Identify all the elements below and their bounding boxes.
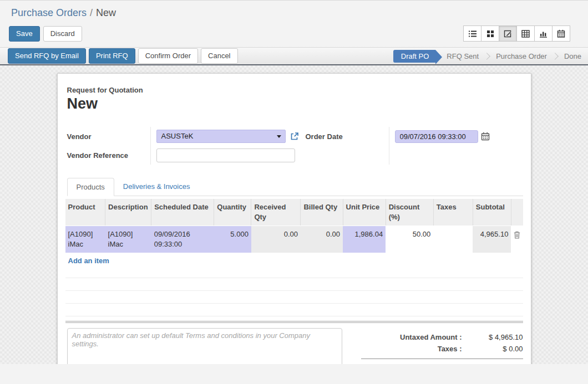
untaxed-amount-label: Untaxed Amount : xyxy=(361,331,462,343)
main-content: Request for Quotation New Vendor Vendor … xyxy=(0,65,588,364)
untaxed-amount-row: Untaxed Amount : $ 4,965.10 xyxy=(361,331,523,343)
empty-row xyxy=(65,291,523,304)
taxes-value: $ 0.00 xyxy=(462,343,523,355)
save-button[interactable]: Save xyxy=(9,26,40,42)
cell-taxes[interactable] xyxy=(433,226,473,253)
vendor-label: Vendor xyxy=(67,132,92,141)
column-header-subtotal: Subtotal xyxy=(473,199,511,226)
column-header-actions xyxy=(511,199,523,226)
taxes-row: Taxes : $ 0.00 xyxy=(361,343,523,355)
graph-view-button[interactable] xyxy=(534,25,552,42)
status-step-done[interactable]: Done xyxy=(564,52,581,60)
untaxed-amount-value: $ 4,965.10 xyxy=(462,331,523,343)
form-edit-icon xyxy=(504,29,512,38)
status-pipeline: Draft PO RFQ Sent Purchase Order Done xyxy=(393,50,581,63)
send-rfq-by-email-button[interactable]: Send RFQ by Email xyxy=(8,48,86,64)
column-header-scheduled-date: Scheduled Date xyxy=(151,199,214,226)
terms-area xyxy=(67,328,342,364)
order-lines-table: Product Description Scheduled Date Quant… xyxy=(65,199,523,316)
column-header-quantity: Quantity xyxy=(214,199,251,226)
table-header-row: Product Description Scheduled Date Quant… xyxy=(65,199,523,226)
form-view-button[interactable] xyxy=(499,25,517,42)
vendor-reference-label: Vendor Reference xyxy=(67,151,129,160)
right-field-group: Order Date xyxy=(306,127,490,165)
column-header-received-qty: Received Qty xyxy=(251,199,301,226)
section-separator xyxy=(65,321,523,323)
totals-divider xyxy=(361,359,523,359)
order-date-input[interactable] xyxy=(395,130,478,143)
calendar-icon xyxy=(557,29,565,38)
form-sheet: Request for Quotation New Vendor Vendor … xyxy=(57,73,531,364)
cell-actions xyxy=(511,226,523,253)
bar-chart-icon xyxy=(539,30,548,38)
pivot-view-button[interactable] xyxy=(516,25,535,42)
cell-quantity[interactable]: 5.000 xyxy=(214,226,251,253)
terms-and-conditions-textarea[interactable] xyxy=(67,328,342,364)
cancel-button[interactable]: Cancel xyxy=(201,48,237,64)
cell-billed-qty: 0.00 xyxy=(301,226,343,253)
tab-products[interactable]: Products xyxy=(67,178,114,196)
notebook-tabs: Products Deliveries & Invoices xyxy=(67,178,523,196)
totals-panel: Untaxed Amount : $ 4,965.10 Taxes : $ 0.… xyxy=(361,328,523,364)
add-item-row: Add an item xyxy=(65,253,523,278)
breadcrumb: Purchase Orders/New xyxy=(0,5,588,20)
list-icon xyxy=(468,30,477,38)
vendor-value: ASUSTeK xyxy=(161,132,194,140)
taxes-label: Taxes : xyxy=(361,343,462,355)
delete-line-icon[interactable] xyxy=(514,231,520,239)
vendor-reference-input[interactable] xyxy=(156,149,295,162)
total-row: Total : $ 4,965.10 xyxy=(361,362,523,364)
cell-unit-price[interactable]: 1,986.04 xyxy=(343,226,386,253)
vendor-select[interactable]: ASUSTeK xyxy=(156,130,286,143)
bottom-section: Untaxed Amount : $ 4,965.10 Taxes : $ 0.… xyxy=(65,328,523,364)
view-switcher xyxy=(463,25,570,42)
empty-row xyxy=(65,278,523,291)
print-rfq-button[interactable]: Print RFQ xyxy=(89,48,135,64)
cell-discount[interactable]: 50.00 xyxy=(386,226,433,253)
column-header-description: Description xyxy=(105,199,151,226)
open-vendor-record-button[interactable] xyxy=(290,132,299,141)
page-title: New xyxy=(67,95,523,112)
datepicker-calendar-icon[interactable] xyxy=(481,132,490,141)
discard-button[interactable]: Discard xyxy=(43,26,82,42)
statusbar: Send RFQ by Email Print RFQ Confirm Orde… xyxy=(0,47,588,65)
field-area: Vendor Vendor Reference ASUSTeK xyxy=(67,127,523,165)
column-header-taxes: Taxes xyxy=(433,199,473,226)
cell-product[interactable]: [A1090] iMac xyxy=(65,226,105,253)
left-field-group: Vendor Vendor Reference ASUSTeK xyxy=(67,127,306,165)
breadcrumb-parent-link[interactable]: Purchase Orders xyxy=(11,7,87,18)
pivot-table-icon xyxy=(521,30,530,38)
chevron-right-icon xyxy=(483,53,490,60)
column-header-discount: Discount (%) xyxy=(386,199,433,226)
total-label: Total : xyxy=(361,363,462,364)
cell-scheduled-date[interactable]: 09/09/2016 09:33:00 xyxy=(151,226,214,253)
kanban-icon xyxy=(486,30,494,38)
add-an-item-link[interactable]: Add an item xyxy=(68,257,109,265)
cell-subtotal: 4,965.10 xyxy=(473,226,511,253)
screen: Purchase Orders/New Save Discard xyxy=(0,0,588,364)
tab-deliveries-invoices[interactable]: Deliveries & Invoices xyxy=(114,178,199,196)
column-header-billed-qty: Billed Qty xyxy=(301,199,343,226)
sheet-subtitle: Request for Quotation xyxy=(67,86,523,94)
empty-row xyxy=(65,304,523,316)
caret-down-icon xyxy=(277,135,281,138)
kanban-view-button[interactable] xyxy=(481,25,499,42)
total-value: $ 4,965.10 xyxy=(462,362,523,364)
column-header-unit-price: Unit Price xyxy=(343,199,386,226)
cell-received-qty: 0.00 xyxy=(251,226,301,253)
control-panel: Purchase Orders/New Save Discard xyxy=(0,0,588,47)
toolbar: Save Discard xyxy=(0,20,588,47)
column-header-product: Product xyxy=(65,199,105,226)
calendar-view-button[interactable] xyxy=(552,25,570,42)
chevron-right-icon xyxy=(551,53,559,60)
breadcrumb-separator: / xyxy=(90,7,93,18)
status-step-draft-po[interactable]: Draft PO xyxy=(393,50,436,63)
status-step-purchase-order[interactable]: Purchase Order xyxy=(496,52,547,60)
breadcrumb-current: New xyxy=(96,7,116,18)
status-step-rfq-sent[interactable]: RFQ Sent xyxy=(447,52,479,60)
confirm-order-button[interactable]: Confirm Order xyxy=(138,48,198,64)
cell-description[interactable]: [A1090] iMac xyxy=(105,226,151,253)
order-line-row: [A1090] iMac [A1090] iMac 09/09/2016 09:… xyxy=(65,226,523,253)
order-date-label: Order Date xyxy=(306,132,343,141)
list-view-button[interactable] xyxy=(463,25,481,42)
